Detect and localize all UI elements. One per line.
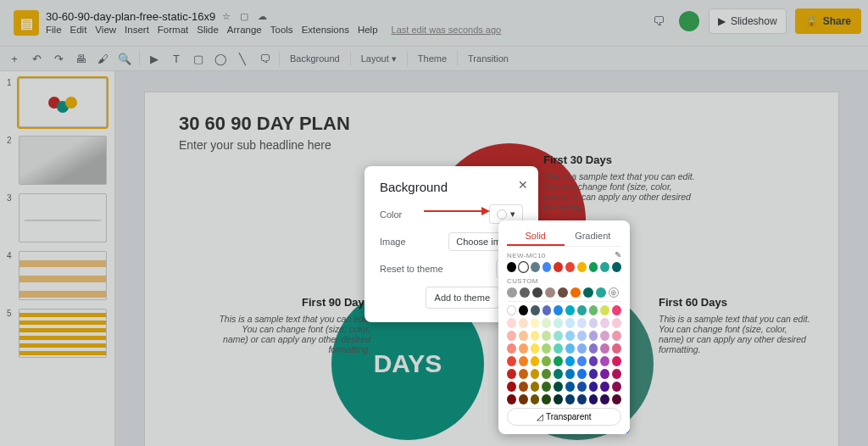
color-swatch[interactable] <box>600 369 609 379</box>
color-swatch[interactable] <box>507 343 516 354</box>
color-swatch[interactable] <box>589 356 598 366</box>
edit-theme-icon[interactable]: ✎ <box>615 250 621 259</box>
color-swatch[interactable] <box>612 331 621 341</box>
color-swatch[interactable] <box>589 305 598 315</box>
color-swatch[interactable] <box>507 382 516 392</box>
color-swatch[interactable] <box>542 331 551 341</box>
color-swatch[interactable] <box>542 318 551 328</box>
color-swatch[interactable] <box>577 331 587 341</box>
color-swatch[interactable] <box>612 356 621 366</box>
color-swatch[interactable] <box>554 318 563 328</box>
color-swatch[interactable] <box>519 305 528 315</box>
color-swatch[interactable] <box>612 369 621 379</box>
color-swatch[interactable] <box>519 356 528 366</box>
color-swatch[interactable] <box>577 262 587 272</box>
color-swatch[interactable] <box>600 394 609 404</box>
transparent-button[interactable]: ◿ Transparent <box>507 408 621 426</box>
color-swatch[interactable] <box>519 343 528 354</box>
color-swatch[interactable] <box>565 305 575 315</box>
color-swatch[interactable] <box>565 356 575 366</box>
color-swatch[interactable] <box>565 331 575 341</box>
color-swatch[interactable] <box>531 318 540 328</box>
tab-solid[interactable]: Solid <box>507 227 565 246</box>
color-swatch[interactable] <box>507 262 516 272</box>
color-swatch[interactable] <box>554 343 563 354</box>
color-swatch[interactable] <box>520 287 530 298</box>
color-swatch[interactable] <box>612 343 621 354</box>
color-swatch[interactable] <box>542 262 552 272</box>
color-swatch[interactable] <box>507 356 516 366</box>
color-swatch[interactable] <box>531 369 540 379</box>
color-swatch[interactable] <box>600 382 609 392</box>
color-swatch[interactable] <box>554 382 563 392</box>
color-swatch[interactable] <box>589 394 598 404</box>
close-icon[interactable]: ✕ <box>518 178 528 192</box>
color-swatch[interactable] <box>542 382 551 392</box>
color-swatch[interactable] <box>589 331 598 341</box>
color-swatch[interactable] <box>596 287 606 298</box>
color-swatch[interactable] <box>554 394 563 404</box>
color-swatch[interactable] <box>507 318 516 328</box>
color-swatch[interactable] <box>519 369 528 379</box>
color-swatch[interactable] <box>565 369 575 379</box>
color-swatch[interactable] <box>531 382 540 392</box>
color-swatch[interactable] <box>531 394 540 404</box>
color-swatch[interactable] <box>589 382 598 392</box>
color-swatch[interactable] <box>589 369 598 379</box>
color-swatch[interactable] <box>577 305 587 315</box>
tab-gradient[interactable]: Gradient <box>565 227 622 246</box>
color-swatch[interactable] <box>612 318 621 328</box>
color-swatch[interactable] <box>531 331 540 341</box>
color-swatch[interactable] <box>600 318 609 328</box>
color-swatch[interactable] <box>600 356 609 366</box>
color-swatch[interactable] <box>531 305 540 315</box>
color-swatch[interactable] <box>507 369 516 379</box>
color-swatch[interactable] <box>583 287 593 298</box>
color-swatch[interactable] <box>519 331 528 341</box>
color-swatch[interactable] <box>554 369 563 379</box>
color-swatch[interactable] <box>589 343 598 354</box>
color-swatch[interactable] <box>577 369 587 379</box>
color-swatch[interactable] <box>565 343 575 354</box>
color-swatch[interactable] <box>600 305 609 315</box>
color-swatch[interactable] <box>577 394 587 404</box>
color-swatch[interactable] <box>554 356 563 366</box>
color-swatch[interactable] <box>542 356 551 366</box>
color-swatch[interactable] <box>600 331 609 341</box>
color-swatch[interactable] <box>507 287 517 298</box>
color-swatch[interactable] <box>542 394 551 404</box>
color-swatch[interactable] <box>612 262 621 272</box>
color-swatch[interactable] <box>519 394 528 404</box>
color-swatch[interactable] <box>565 394 575 404</box>
color-swatch[interactable] <box>589 318 598 328</box>
color-swatch[interactable] <box>570 287 581 298</box>
color-swatch[interactable] <box>558 287 568 298</box>
color-swatch[interactable] <box>507 331 516 341</box>
color-swatch[interactable] <box>507 394 516 404</box>
color-swatch[interactable] <box>519 382 528 392</box>
color-swatch[interactable] <box>542 369 551 379</box>
color-swatch[interactable] <box>531 356 540 366</box>
color-swatch[interactable] <box>612 382 621 392</box>
color-swatch[interactable] <box>519 318 528 328</box>
color-swatch[interactable] <box>507 305 516 315</box>
color-swatch[interactable] <box>531 343 540 354</box>
color-swatch[interactable] <box>542 305 552 315</box>
color-swatch[interactable] <box>554 305 563 315</box>
color-swatch[interactable] <box>577 382 587 392</box>
color-swatch[interactable] <box>519 262 528 272</box>
color-swatch[interactable] <box>542 343 551 354</box>
add-custom-color[interactable]: ⊕ <box>609 287 619 298</box>
color-swatch[interactable] <box>612 394 621 404</box>
color-swatch[interactable] <box>554 262 563 272</box>
color-swatch[interactable] <box>545 287 555 298</box>
color-swatch[interactable] <box>589 262 598 272</box>
add-to-theme-button[interactable]: Add to theme <box>426 287 499 309</box>
color-swatch[interactable] <box>612 305 621 315</box>
color-swatch[interactable] <box>577 343 587 354</box>
color-swatch[interactable] <box>531 262 540 272</box>
color-swatch[interactable] <box>577 356 587 366</box>
color-swatch[interactable] <box>600 343 609 354</box>
color-swatch[interactable] <box>532 287 542 298</box>
color-swatch[interactable] <box>565 262 575 272</box>
